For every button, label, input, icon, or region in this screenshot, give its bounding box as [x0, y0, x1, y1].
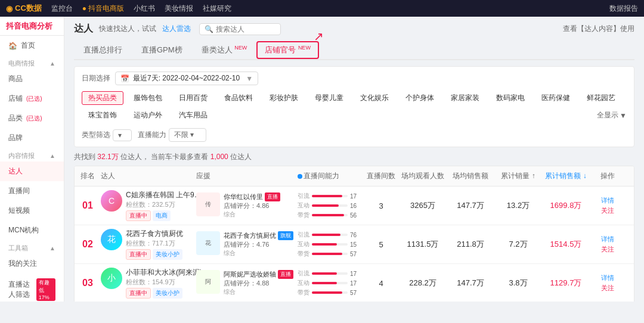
store-type: 综合 [224, 249, 293, 257]
rank-cell: 01 [75, 200, 101, 211]
store-badge: 旗舰 [278, 231, 293, 240]
date-picker[interactable]: 📅 最近7天: 2022-02-04~2022-02-10 ▼ [115, 72, 258, 85]
store-score: 店铺评分：4.86 [224, 201, 280, 210]
nav-monitor[interactable]: 监控台 [51, 4, 73, 14]
tab-store-account[interactable]: 店铺官号 NEW ↗ [256, 41, 319, 59]
sidebar-section-ecommerce[interactable]: 电商情报 ▲ [0, 55, 64, 69]
influencer-table: 排名 达人 应援 直播间能力 直播间数 场均观看人数 场均销售额 累计销量 ↑ … [74, 166, 634, 302]
ability-row: 带货 56 [298, 211, 363, 219]
cat-tag-jewelry[interactable]: 珠宝首饰 [82, 108, 123, 122]
avg-sales-cell: 147.7万 [447, 278, 494, 288]
date-filter-row: 日期选择 📅 最近7天: 2022-02-04~2022-02-10 ▼ [82, 72, 627, 85]
nav-beauty[interactable]: 美妆情报 [165, 4, 193, 14]
result-bar: 共找到 32.1万 位达人， 当前车卡最多查看 1,000 位达人 [74, 152, 634, 162]
category-badge: (已选) [26, 114, 42, 123]
tab-vertical[interactable]: 垂类达人 NEW [192, 41, 257, 59]
follow-button[interactable]: 关注 [590, 284, 626, 293]
store-type: 综合 [224, 288, 293, 296]
search-box: 🔍 [199, 23, 281, 35]
nav-social[interactable]: 社媒研究 [203, 4, 231, 14]
sidebar-item-my-follow[interactable]: 我的关注 [0, 254, 64, 274]
type-filter-select[interactable]: ▾ [113, 129, 132, 141]
sidebar-item-live-filter[interactable]: 直播达人筛选 有趣低17% [0, 274, 64, 302]
follow-button[interactable]: 关注 [590, 206, 626, 215]
search-icon: 🔍 [205, 25, 213, 33]
influencer-filter-link[interactable]: 达人雷选 [162, 24, 191, 34]
sidebar-item-video[interactable]: 短视频 [0, 201, 64, 220]
cat-tag-sports[interactable]: 运动户外 [127, 108, 169, 122]
table-row: 03 小 小菲菲和大水冰(阿来泥) 粉丝数：154.9万 直播中 美妆小护 阿 [75, 264, 634, 302]
col-total-rev-header[interactable]: 累计销售额 ↓ [542, 171, 590, 181]
cat-tag-makeup[interactable]: 彩妆护肤 [263, 91, 305, 105]
tabs-bar: 直播总排行 直播GPM榜 垂类达人 NEW 店铺官号 NEW ↗ [74, 41, 634, 60]
cat-tag-daily[interactable]: 日用百货 [172, 91, 214, 105]
sidebar-item-live[interactable]: 直播间 [0, 181, 64, 201]
store-badge: 直播 [265, 192, 280, 201]
col-total-sales-header[interactable]: 累计销量 ↑ [494, 171, 542, 181]
type-filter-value: ▾ [118, 131, 122, 139]
sidebar-item-home[interactable]: 🏠 首页 [0, 36, 64, 55]
date-filter-label: 日期选择 [82, 73, 110, 83]
sidebar-section-tools[interactable]: 工具箱 ▲ [0, 240, 64, 254]
cat-tag-baby[interactable]: 母婴儿童 [308, 91, 350, 105]
cat-tag-fashion[interactable]: 服饰包包 [127, 91, 169, 105]
store-logo: 阿 [196, 270, 220, 294]
avatar: C [101, 190, 122, 212]
sidebar-section-content[interactable]: 内容情报 ▲ [0, 148, 64, 162]
cat-tag-culture[interactable]: 文化娱乐 [354, 91, 395, 105]
nav-xiaohongshu[interactable]: 小红书 [134, 4, 155, 14]
influencer-cell: 花 花西子食方慎厨优 粉丝数：717.1万 直播中 美妆小护 [101, 229, 196, 260]
ability-row: 带货 57 [298, 250, 363, 258]
nav-report[interactable]: 数据报告 [609, 4, 638, 14]
store-badge: (已选) [26, 95, 42, 103]
sidebar-item-category[interactable]: 品类 (已选) [0, 108, 64, 128]
filter-panel: 日期选择 📅 最近7天: 2022-02-04~2022-02-10 ▼ 热买品… [74, 66, 634, 147]
cat-tag-digital[interactable]: 数码家电 [490, 91, 531, 105]
chevron-up-icon: ▲ [49, 60, 55, 67]
ability-filter-select[interactable]: 不限 ▾ [169, 128, 206, 142]
avg-sales-value: 147.7万 [457, 201, 484, 210]
live-count-value: 5 [379, 240, 383, 249]
total-revenue-value: 1699.8万 [550, 201, 582, 210]
total-revenue-cell: 1514.5万 [542, 239, 590, 250]
cat-tag-medical[interactable]: 医药保健 [535, 91, 577, 105]
detail-button[interactable]: 详情 [590, 196, 626, 205]
quick-find-text: 快速找达人，试试 [99, 24, 156, 34]
chevron-down-icon: ▼ [246, 74, 253, 83]
sidebar-item-influencer[interactable]: 达人 [0, 162, 64, 181]
sidebar-item-goods[interactable]: 商品 [0, 69, 64, 89]
cat-tag-home[interactable]: 家居家装 [444, 91, 486, 105]
tab-gpm[interactable]: 直播GPM榜 [132, 41, 192, 59]
detail-button[interactable]: 详情 [590, 274, 626, 282]
cat-tag-personal[interactable]: 个护身体 [399, 91, 441, 105]
total-revenue-cell: 1129.7万 [542, 278, 590, 288]
chevron-up-icon-2: ▲ [49, 153, 55, 159]
influencer-fans: 粉丝数：717.1万 [126, 239, 183, 248]
ability-row: 引流 76 [298, 231, 363, 239]
home-icon: 🏠 [8, 42, 17, 50]
cc-logo-icon: ◉ [6, 4, 13, 13]
rank-number: 02 [82, 239, 93, 249]
cat-tag-flower[interactable]: 鲜花园艺 [580, 91, 622, 105]
tab-live-rank[interactable]: 直播总排行 [74, 41, 132, 59]
chevron-up-icon-3: ▲ [49, 245, 55, 251]
avg-viewers-value: 3265万 [410, 201, 435, 210]
detail-button[interactable]: 详情 [590, 235, 626, 244]
total-sales-value: 13.2万 [507, 201, 530, 210]
search-input[interactable] [216, 25, 275, 33]
nav-douyin[interactable]: ● 抖音电商版 [82, 4, 124, 14]
action-cell: 详情 关注 [590, 274, 626, 293]
store-score: 店铺评分：4.76 [224, 240, 293, 249]
header-right-link[interactable]: 查看【达人内容】使用 [563, 24, 634, 34]
avg-viewers-value: 1131.5万 [407, 240, 439, 249]
more-categories-btn[interactable]: 全显示 ▼ [597, 110, 627, 120]
cat-tag-hot[interactable]: 热买品类 [82, 91, 123, 105]
follow-button[interactable]: 关注 [590, 245, 626, 254]
chevron-down-icon-2: ▼ [620, 111, 627, 120]
store-badge: 直播 [278, 270, 293, 279]
cat-tag-food[interactable]: 食品饮料 [218, 91, 259, 105]
sidebar-item-brand[interactable]: 品牌 [0, 128, 64, 148]
sidebar-item-store[interactable]: 店铺 (已选) [0, 89, 64, 108]
cat-tag-auto[interactable]: 汽车用品 [172, 108, 214, 122]
sidebar-item-mcn[interactable]: MCN机构 [0, 220, 64, 240]
